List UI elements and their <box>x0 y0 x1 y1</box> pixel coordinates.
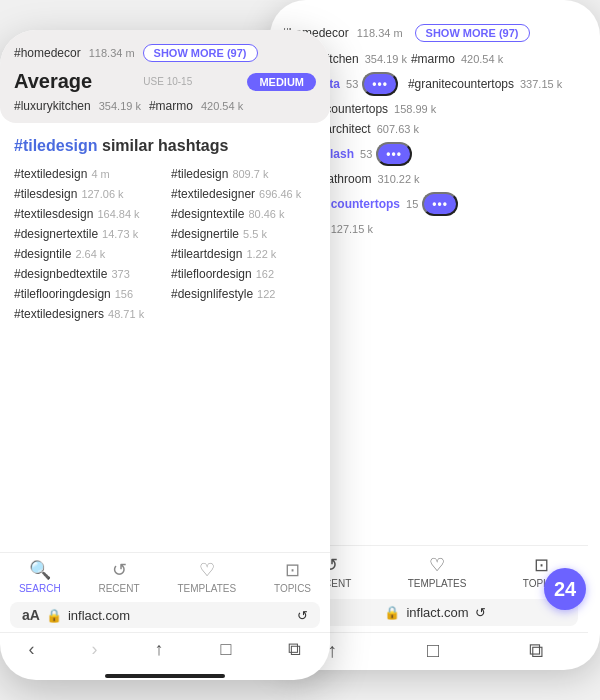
front-phone: #homedecor 118.34 m SHOW MORE (97) Avera… <box>0 30 330 680</box>
back-tabs-icon[interactable]: ⧉ <box>529 639 543 662</box>
back-bookmarks-icon[interactable]: □ <box>427 639 439 662</box>
back-show-more-button[interactable]: SHOW MORE (97) <box>415 24 530 42</box>
search-icon: 🔍 <box>29 559 51 581</box>
back-lock-icon: 🔒 <box>384 605 400 620</box>
front-nav-templates[interactable]: ♡ TEMPLATES <box>177 559 236 594</box>
list-item: #tileflooringdesign 156 <box>14 287 159 301</box>
topics-icon: ⊡ <box>534 554 549 576</box>
back-backsplash-dots-button[interactable]: ••• <box>376 142 412 166</box>
medium-badge: MEDIUM <box>247 73 316 91</box>
back-refresh-icon[interactable]: ↺ <box>475 605 486 620</box>
list-item: #tiledesign 809.7 k <box>171 167 316 181</box>
front-show-more-button[interactable]: SHOW MORE (97) <box>143 44 258 62</box>
front-nav-topics[interactable]: ⊡ TOPICS <box>274 559 311 594</box>
list-item: #tilefloordesign 162 <box>171 267 316 281</box>
front-bottom-nav: 🔍 SEARCH ↺ RECENT ♡ TEMPLATES ⊡ TOPICS <box>0 552 330 598</box>
front-nav-search-label: SEARCH <box>19 583 61 594</box>
front-nav-search[interactable]: 🔍 SEARCH <box>19 559 61 594</box>
front-share-icon[interactable]: ↑ <box>155 639 164 660</box>
list-item: #textiledesign 4 m <box>14 167 159 181</box>
list-item: #textilesdesign 164.84 k <box>14 207 159 221</box>
use-10-15-label: USE 10-15 <box>143 76 192 87</box>
front-lock-icon: 🔒 <box>46 608 62 623</box>
similar-title-suffix: similar hashtags <box>98 137 229 154</box>
front-luxurykitchen: #luxurykitchen <box>14 99 91 113</box>
back-tag-granitecountertops: #granitecountertops <box>408 77 514 91</box>
front-refresh-icon[interactable]: ↺ <box>297 608 308 623</box>
front-address-text: inflact.com <box>68 608 130 623</box>
back-calacatta-dots-button[interactable]: ••• <box>362 72 398 96</box>
similar-title: #tiledesign similar hashtags <box>14 137 316 155</box>
back-nav-templates[interactable]: ♡ TEMPLATES <box>408 554 467 589</box>
similar-section: #tiledesign similar hashtags #textiledes… <box>0 123 330 345</box>
list-item: #tileartdesign 1.22 k <box>171 247 316 261</box>
front-bookmark-icon[interactable]: □ <box>221 639 232 660</box>
similar-title-hashtag: #tiledesign <box>14 137 98 154</box>
list-item: #textiledesigner 696.46 k <box>171 187 316 201</box>
list-item: #designertile 5.5 k <box>171 227 316 241</box>
back-top-count: 118.34 m <box>357 27 403 39</box>
hashtag-grid: #textiledesign 4 m #tiledesign 809.7 k #… <box>14 167 316 321</box>
avg-label: Average <box>14 70 92 93</box>
back-tag-marmo: #marmo <box>411 52 455 66</box>
front-nav-templates-label: TEMPLATES <box>177 583 236 594</box>
list-item: #designtile 2.64 k <box>14 247 159 261</box>
front-top-section: #homedecor 118.34 m SHOW MORE (97) Avera… <box>0 30 330 123</box>
front-top-count: 118.34 m <box>89 47 135 59</box>
back-nav-templates-label: TEMPLATES <box>408 578 467 589</box>
front-nav-recent-label: RECENT <box>98 583 139 594</box>
list-item: #designtextile 80.46 k <box>171 207 316 221</box>
back-kitchencountertops-dots-button[interactable]: ••• <box>422 192 458 216</box>
topics-icon: ⊡ <box>285 559 300 581</box>
front-aa-label: aA <box>22 607 40 623</box>
front-nav-recent[interactable]: ↺ RECENT <box>98 559 139 594</box>
front-address-bar: aA 🔒 inflact.com ↺ <box>10 602 320 628</box>
list-item: #designbedtextile 373 <box>14 267 159 281</box>
front-nav-topics-label: TOPICS <box>274 583 311 594</box>
back-address-text: inflact.com <box>406 605 468 620</box>
home-indicator <box>105 674 225 678</box>
front-marmo: #marmo <box>149 99 193 113</box>
list-item: #designlifestyle 122 <box>171 287 316 301</box>
list-item: #tilesdesign 127.06 k <box>14 187 159 201</box>
front-forward-icon[interactable]: › <box>92 639 98 660</box>
recent-icon: ↺ <box>112 559 127 581</box>
fab-button[interactable]: 24 <box>544 568 586 610</box>
front-browser-bottom: ‹ › ↑ □ ⧉ <box>0 632 330 670</box>
list-item: #textiledesigners 48.71 k <box>14 307 159 321</box>
front-back-icon[interactable]: ‹ <box>29 639 35 660</box>
front-top-hashtag: #homedecor <box>14 46 81 60</box>
list-item: #designertextile 14.73 k <box>14 227 159 241</box>
front-tabs-icon[interactable]: ⧉ <box>288 639 301 660</box>
templates-icon: ♡ <box>429 554 445 576</box>
back-address-bar: 🔒 inflact.com ↺ <box>292 599 578 626</box>
templates-icon: ♡ <box>199 559 215 581</box>
